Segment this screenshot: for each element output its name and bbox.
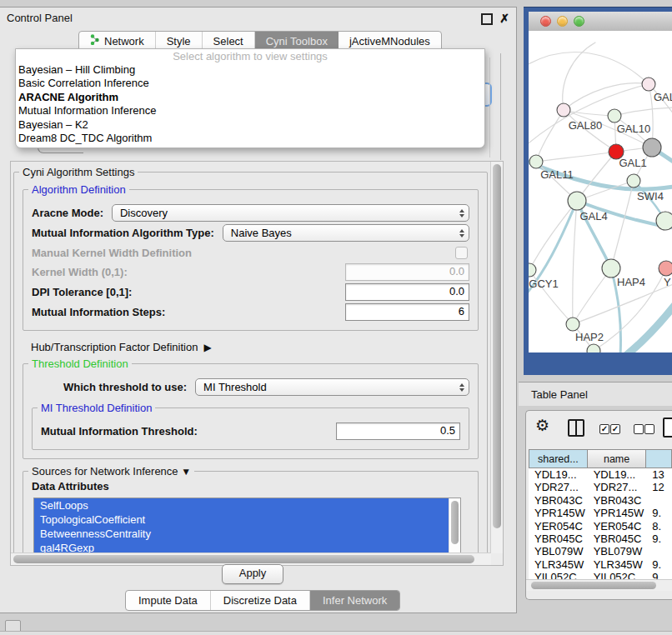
table-cell[interactable]: YLR345W (588, 558, 647, 571)
network-node[interactable] (656, 212, 672, 230)
dpi-tolerance-row: DPI Tolerance [0,1]: 0.0 (32, 283, 469, 301)
table-cell[interactable]: YPR145W (529, 507, 588, 519)
table-row[interactable]: YPR145WYPR145W9. (529, 507, 672, 519)
document-icon[interactable] (663, 418, 672, 438)
cyni-settings-group-title: Cyni Algorithm Settings (19, 166, 138, 178)
settings-hscroll-thumb[interactable] (13, 555, 474, 563)
network-node-gal10[interactable] (608, 109, 621, 122)
network-node-hap2[interactable] (566, 318, 579, 331)
attribute-item[interactable]: BetweennessCentrality (34, 527, 449, 541)
network-node[interactable] (643, 138, 661, 157)
table-row[interactable]: YER054CYER054C8. (529, 520, 672, 532)
table-cell[interactable]: YER054C (529, 520, 588, 532)
network-node-hap4[interactable] (602, 259, 620, 278)
algorithm-option[interactable]: Bayesian – K2 (16, 118, 484, 132)
minimize-window-icon[interactable] (557, 16, 568, 27)
table-cell[interactable]: YPR145W (588, 507, 647, 519)
checked-box-icon[interactable]: ✓ (599, 424, 609, 434)
settings-vertical-scrollbar[interactable] (490, 162, 503, 553)
network-window-titlebar[interactable] (529, 12, 672, 32)
which-threshold-select[interactable]: MI Threshold (195, 378, 469, 396)
hub-definition-expander[interactable]: Hub/Transcription Factor Definition ▶ (31, 341, 479, 353)
network-node-gal4[interactable] (568, 192, 586, 210)
aracne-mode-select[interactable]: Discovery (112, 204, 469, 222)
table-cell[interactable]: YDR27... (529, 481, 588, 493)
table-cell[interactable]: 9. (646, 558, 672, 571)
columns-icon[interactable] (568, 419, 584, 437)
dpi-tolerance-label: DPI Tolerance [0,1]: (32, 286, 132, 298)
table-cell[interactable]: YLR345W (529, 558, 588, 571)
close-panel-icon[interactable]: ✗ (499, 12, 509, 25)
settings-vscroll-thumb[interactable] (493, 164, 501, 528)
network-node[interactable] (587, 344, 600, 352)
network-node-gal11[interactable] (529, 155, 543, 168)
network-node-y[interactable] (659, 261, 672, 276)
table-cell[interactable]: YDL19... (588, 468, 647, 481)
table-row[interactable]: YBR045CYBR045C9. (529, 532, 672, 545)
threshold-definition-title: Threshold Definition (28, 358, 132, 370)
table-cell[interactable]: 9. (646, 507, 672, 519)
network-edge (573, 268, 611, 324)
attribute-item[interactable]: SelfLoops (34, 498, 449, 512)
kernel-width-field: 0.0 (345, 263, 469, 281)
table-cell[interactable]: YER054C (588, 520, 647, 532)
tab-discretize-data[interactable]: Discretize Data (211, 591, 310, 610)
attribute-item[interactable]: TopologicalCoefficient (34, 512, 449, 527)
gear-icon[interactable]: ⚙ (535, 416, 549, 435)
table-cell[interactable]: YBR045C (588, 532, 647, 545)
network-node-swi4[interactable] (627, 174, 640, 188)
algorithm-option[interactable]: ARACNE Algorithm (16, 91, 484, 104)
table-cell[interactable]: YBL079W (529, 545, 588, 558)
algorithm-option[interactable]: Dream8 DC_TDC Algorithm (16, 132, 484, 145)
table-cell[interactable]: 9. (646, 532, 672, 545)
table-cell[interactable]: YDR27... (588, 481, 647, 493)
attributes-scrollbar-thumb[interactable] (451, 501, 459, 544)
mi-type-select[interactable]: Naive Bayes (223, 224, 469, 242)
control-panel-titlebar: Control Panel ✗ (0, 8, 516, 28)
attribute-item[interactable]: gal4RGexp (34, 541, 449, 553)
table-row[interactable]: YDL19...YDL19...13 (529, 468, 672, 481)
mi-threshold-field[interactable]: 0.5 (336, 422, 460, 440)
table-cell[interactable]: YBL079W (588, 545, 647, 558)
column-header-shared...[interactable]: shared... (529, 449, 588, 468)
column-header-clipped[interactable] (646, 449, 672, 468)
unchecked-box-icon[interactable] (644, 424, 654, 434)
algorithm-option[interactable]: Mutual Information Inference (16, 104, 484, 118)
table-cell[interactable]: YBR043C (588, 494, 647, 507)
node-label: GAL11 (540, 168, 574, 181)
table-cell[interactable] (646, 494, 672, 507)
tab-infer-network[interactable]: Infer Network (310, 591, 399, 610)
network-node-gal80[interactable] (557, 103, 570, 117)
table-row[interactable]: YDR27...YDR27...12 (529, 481, 672, 493)
table-row[interactable]: YBL079WYBL079W (529, 545, 672, 558)
algorithm-option[interactable]: Bayesian – Hill Climbing (16, 63, 484, 77)
zoom-window-icon[interactable] (574, 16, 584, 27)
algorithm-option[interactable]: Basic Correlation Inference (16, 77, 484, 90)
close-window-icon[interactable] (540, 16, 551, 27)
table-row[interactable]: YBR043CYBR043C (529, 494, 672, 507)
expand-down-icon[interactable]: ▼ (181, 466, 191, 478)
mi-steps-field[interactable]: 6 (345, 303, 469, 321)
settings-horizontal-scrollbar[interactable] (11, 552, 491, 565)
table-cell[interactable]: 8. (646, 520, 672, 532)
table-row[interactable]: YLR345WYLR345W9. (529, 558, 672, 571)
network-canvas[interactable]: GALGAL80GAL10GAL1GAL11SWI4GAL4GCY1HAP4YH… (529, 31, 672, 352)
table-cell[interactable]: YBR043C (529, 494, 588, 507)
table-cell[interactable]: 13 (646, 468, 672, 481)
attributes-scrollbar[interactable] (449, 498, 460, 553)
table-hscroll-thumb[interactable] (531, 582, 656, 589)
apply-button[interactable]: Apply (222, 564, 283, 584)
network-node-gal[interactable] (642, 78, 655, 91)
table-horizontal-scrollbar[interactable] (526, 579, 672, 591)
column-header-name[interactable]: name (588, 449, 647, 468)
table-cell[interactable]: YDL19... (529, 468, 588, 481)
table-cell[interactable]: 12 (646, 481, 672, 493)
float-panel-icon[interactable] (481, 13, 493, 25)
table-cell[interactable]: YBR045C (529, 532, 588, 545)
tab-impute-data[interactable]: Impute Data (126, 591, 211, 610)
table-cell[interactable] (646, 545, 672, 558)
dpi-tolerance-field[interactable]: 0.0 (345, 283, 469, 301)
checked-box-icon[interactable]: ✓ (610, 424, 620, 434)
network-node-gcy1[interactable] (529, 263, 536, 277)
unchecked-box-icon[interactable] (634, 424, 644, 434)
